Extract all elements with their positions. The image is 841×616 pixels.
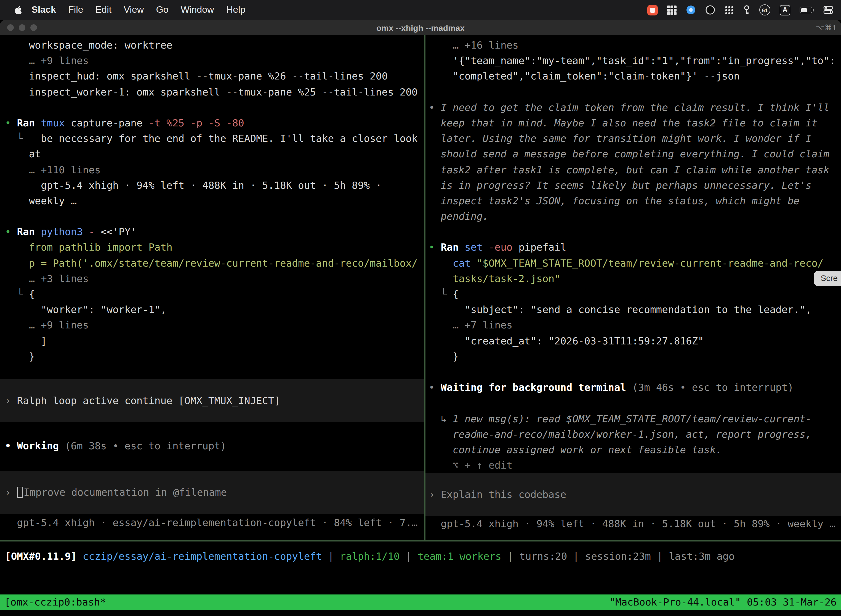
dots-grid-app-icon[interactable] (725, 5, 734, 15)
text-segment: inspect_worker-1: omx sparkshell --tmux-… (5, 86, 418, 97)
text-segment: tmux (41, 117, 70, 129)
text-segment: workspace_mode: worktree (5, 39, 173, 51)
text-segment: | (567, 550, 585, 562)
terminal-line: weekly … (5, 193, 424, 209)
text-segment: task2 after task1 is complete, but can I… (429, 164, 829, 175)
menu-item-help[interactable]: Help (220, 4, 252, 15)
text-segment: -euo (489, 242, 519, 253)
input-source-icon[interactable]: A (780, 5, 790, 15)
text-segment: … +9 lines (5, 55, 89, 66)
terminal-line (5, 100, 424, 115)
text-segment: be necessary for the end of the README. … (41, 132, 418, 144)
terminal-line: tasks/task-2.json" (429, 271, 841, 286)
text-segment: weekly … (5, 195, 77, 207)
terminal-pane-right[interactable]: … +16 lines '{"team_name":"my-team","tas… (425, 35, 841, 540)
spacer (5, 422, 424, 438)
screen-recording-indicator-icon[interactable] (647, 5, 658, 15)
text-segment: "worker": "worker-1", (5, 304, 166, 315)
text-segment: › (5, 395, 17, 406)
text-segment: … +16 lines (429, 39, 519, 51)
minimize-button[interactable] (19, 24, 25, 31)
spacer (5, 364, 424, 379)
tmux-host-clock: "MacBook-Pro-44.local" 05:03 31-Mar-26 (609, 594, 837, 610)
text-segment: › (5, 486, 17, 498)
text-segment: inspect_hud: omx sparkshell --tmux-pane … (5, 70, 388, 82)
text-segment: pending. (429, 210, 489, 222)
text-segment: python3 (41, 226, 89, 238)
menu-item-view[interactable]: View (117, 4, 150, 15)
menu-item-go[interactable]: Go (150, 4, 174, 15)
text-segment: … +9 lines (5, 319, 89, 331)
tmux-status-bar: [omx-cczip0:bash* "MacBook-Pro-44.local"… (0, 594, 841, 610)
thinking-text: • I need to get the claim token from the… (429, 100, 841, 115)
text-segment: last:3m ago (669, 550, 734, 562)
text-segment: } (5, 351, 35, 362)
terminal-line: '{"team_name":"my-team","task_id":"1","f… (429, 53, 841, 69)
battery-icon[interactable] (800, 7, 814, 13)
text-segment: at (5, 148, 41, 160)
text-segment: Ran (17, 226, 41, 238)
terminal-line: gpt-5.4 xhigh · 94% left · 488K in · 5.1… (5, 177, 424, 193)
close-button[interactable] (7, 24, 14, 31)
menu-item-window[interactable]: Window (175, 4, 220, 15)
text-segment: • (429, 381, 441, 393)
text-segment: … +3 lines (5, 273, 89, 284)
text-segment: - (89, 226, 101, 238)
screen-edge-toast[interactable]: Scre (814, 271, 841, 286)
prompt-input-left[interactable]: › Improve documentation in @filename (0, 471, 424, 514)
text-segment: Waiting for background terminal (441, 381, 632, 393)
control-center-icon[interactable] (823, 5, 833, 15)
key-app-icon[interactable] (743, 5, 750, 15)
terminal-line: └ be necessary for the end of the README… (5, 131, 424, 146)
ran-python-line: • Ran python3 - <<'PY' (5, 224, 424, 240)
terminal-line: should send a message before completing … (429, 147, 841, 162)
terminal-line: "worker": "worker-1", (5, 302, 424, 317)
menubar-status-icons: 61 A (647, 4, 841, 15)
battery-percentage-badge[interactable]: 61 (759, 4, 771, 15)
text-segment: └ (5, 288, 29, 300)
screen: Slack File Edit View Go Window Help 61 (0, 0, 841, 616)
text-segment: set (464, 242, 489, 253)
terminal-line: is in progress? It seems likely but perh… (429, 177, 841, 193)
blue-app-icon[interactable] (686, 5, 696, 15)
terminal-line: "completed","claim_token":"claim-token"}… (429, 69, 841, 84)
prompt-input-right[interactable]: › Explain this codebase (425, 473, 841, 516)
text-segment: Working (17, 440, 64, 452)
text-segment: "completed","claim_token":"claim-token"}… (429, 70, 740, 82)
text-segment (77, 550, 83, 562)
menu-app-name[interactable]: Slack (25, 4, 62, 15)
menu-item-file[interactable]: File (62, 4, 89, 15)
text-segment: inspect task2's JSON, focusing on the st… (429, 195, 800, 207)
text-segment: • (5, 440, 17, 452)
zoom-button[interactable] (30, 24, 37, 31)
window-title: omx --xhigh --madmax (377, 23, 464, 32)
terminal-line: } (5, 349, 424, 364)
grid-app-icon[interactable] (667, 5, 677, 15)
spacer (5, 454, 424, 471)
terminal-line: task2 after task1 is complete, but can I… (429, 162, 841, 177)
text-segment: └ (5, 132, 41, 144)
terminal-pane-left[interactable]: workspace_mode: worktree … +9 lines insp… (0, 35, 424, 540)
window-shortcut-hint: ⌥⌘1 (816, 23, 837, 32)
terminal-line (429, 84, 841, 100)
text-segment: | (501, 550, 519, 562)
menu-bar: Slack File Edit View Go Window Help 61 (0, 0, 841, 20)
terminal-line: └ { (5, 286, 424, 302)
terminal-line (429, 224, 841, 240)
text-segment: continue assigned work or next feasible … (429, 444, 722, 455)
terminal-line: readme-and-reco/mailbox/worker-1.json, a… (429, 427, 841, 442)
text-segment: should send a message before completing … (429, 148, 829, 160)
text-segment: } (429, 351, 459, 362)
text-segment: <<'PY' (101, 226, 136, 238)
text-segment: -t %25 -p -S -80 (148, 117, 244, 129)
terminal-line: ⌥ + ↑ edit (429, 458, 841, 473)
text-segment: … +7 lines (429, 319, 512, 331)
terminal-line: pending. (429, 209, 841, 224)
terminal-line: workspace_mode: worktree (5, 38, 424, 53)
menu-item-edit[interactable]: Edit (89, 4, 118, 15)
terminal-line: inspect task2's JSON, focusing on the st… (429, 193, 841, 209)
terminal-line: cat "$OMX_TEAM_STATE_ROOT/team/review-cu… (429, 255, 841, 271)
dark-circle-app-icon[interactable] (705, 5, 715, 15)
apple-menu-icon[interactable] (14, 5, 22, 15)
window-title-bar[interactable]: omx --xhigh --madmax ⌥⌘1 (0, 20, 841, 35)
